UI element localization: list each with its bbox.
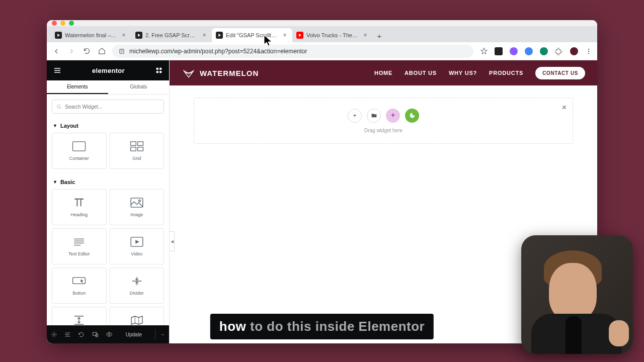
min-traffic-light[interactable]	[60, 21, 65, 26]
forward-button[interactable]	[67, 47, 76, 56]
preview-icon[interactable]	[106, 331, 113, 338]
back-button[interactable]	[52, 47, 61, 56]
ai-button[interactable]	[386, 109, 400, 123]
heading-icon	[72, 197, 86, 208]
svg-point-28	[187, 72, 188, 73]
svg-point-13	[57, 105, 60, 108]
tab-elements[interactable]: Elements	[47, 80, 108, 94]
chevron-down-icon: ▼	[53, 123, 57, 128]
nav-about[interactable]: ABOUT US	[405, 70, 437, 76]
tab-1[interactable]: 2. Free GSAP Scrolltrigger E ×	[131, 28, 212, 42]
section-layout[interactable]: ▼ Layout	[52, 119, 164, 133]
widget-label: Divider	[130, 291, 144, 296]
tab-label: 2. Free GSAP Scrolltrigger E	[145, 32, 198, 38]
chevron-down-icon: ▼	[53, 179, 57, 185]
site-header: WATERMELON HOME ABOUT US WHY US? PRODUCT…	[170, 60, 597, 85]
nav-products[interactable]: PRODUCTS	[489, 70, 523, 76]
empty-section[interactable]: × + Drag widget here	[194, 98, 573, 144]
image-icon	[130, 197, 144, 208]
menu-icon[interactable]	[585, 48, 592, 55]
widget-container[interactable]: Container	[52, 133, 107, 169]
history-icon[interactable]	[78, 331, 85, 338]
video-icon	[130, 236, 144, 247]
text-editor-icon	[72, 236, 86, 247]
widget-image[interactable]: Image	[110, 189, 165, 225]
nav-why[interactable]: WHY US?	[449, 70, 477, 76]
section-basic[interactable]: ▼ Basic	[52, 175, 164, 189]
tab-label: Edit "GSAP Scrolltrigger Ele	[226, 32, 278, 38]
widget-panel-body: ▼ Layout Container Grid ▼ Basic	[47, 119, 169, 325]
drag-hint: Drag widget here	[364, 128, 403, 133]
add-section-button[interactable]: +	[348, 109, 362, 123]
hamburger-icon[interactable]	[53, 66, 62, 74]
home-button[interactable]	[97, 47, 106, 56]
map-icon	[130, 315, 144, 325]
search-input[interactable]	[65, 104, 159, 110]
svg-point-8	[588, 52, 589, 53]
widget-video[interactable]: Video	[110, 228, 165, 264]
svg-point-5	[570, 47, 578, 55]
watermelon-icon	[182, 66, 196, 80]
svg-rect-4	[120, 49, 124, 53]
svg-point-24	[53, 333, 55, 335]
tab-globals[interactable]: Globals	[108, 80, 170, 94]
chevron-up-icon[interactable]	[155, 329, 165, 339]
new-tab-button[interactable]: +	[373, 29, 386, 42]
nav-home[interactable]: HOME	[374, 70, 392, 76]
grid-icon[interactable]	[155, 67, 163, 74]
svg-rect-15	[130, 142, 136, 146]
search-widget[interactable]	[52, 100, 164, 114]
puzzle-icon[interactable]	[555, 47, 563, 55]
close-icon[interactable]: ×	[562, 103, 567, 112]
ext-icon[interactable]	[495, 47, 503, 55]
svg-rect-19	[131, 198, 143, 207]
widget-spacer[interactable]: Spacer	[52, 307, 107, 325]
sidebar-tabs: Elements Globals	[47, 80, 169, 95]
svg-point-7	[588, 50, 589, 51]
max-traffic-light[interactable]	[69, 21, 74, 26]
navigator-icon[interactable]	[64, 331, 71, 338]
youtube-icon	[216, 32, 223, 39]
ext-icon[interactable]	[540, 47, 548, 55]
close-icon[interactable]: ×	[201, 32, 208, 39]
profile-icon[interactable]	[570, 47, 578, 55]
reload-button[interactable]	[82, 47, 91, 56]
panel-toggle[interactable]: ◀	[170, 231, 175, 251]
close-traffic-light[interactable]	[52, 21, 57, 26]
svg-point-29	[188, 73, 189, 74]
site-logo[interactable]: WATERMELON	[182, 66, 259, 80]
responsive-icon[interactable]	[92, 331, 99, 338]
tab-0[interactable]: Watermelon final – GSAP sc ×	[51, 28, 131, 42]
close-icon[interactable]: ×	[362, 32, 369, 39]
ext-icon[interactable]	[510, 47, 518, 55]
svg-rect-12	[159, 71, 162, 73]
star-icon[interactable]	[479, 47, 489, 56]
titlebar	[47, 20, 597, 26]
close-icon[interactable]: ×	[120, 32, 127, 39]
green-button[interactable]	[405, 109, 419, 123]
tab-3[interactable]: Volvo Trucks - The Epic Spli ×	[292, 28, 373, 42]
url-field[interactable]: michellewp.com/wp-admin/post.php?post=52…	[112, 45, 473, 58]
widget-divider[interactable]: Divider	[110, 267, 165, 304]
widget-google-maps[interactable]: Google Maps	[110, 307, 165, 325]
widget-button[interactable]: Button	[52, 267, 107, 304]
update-button[interactable]: Update	[120, 329, 148, 340]
ext-icon[interactable]	[525, 47, 533, 55]
youtube-icon	[55, 32, 62, 39]
sidebar-footer: Update	[47, 325, 169, 343]
settings-icon[interactable]	[51, 331, 57, 338]
caption-main: to do this inside Elementor	[250, 319, 425, 334]
tab-2[interactable]: Edit "GSAP Scrolltrigger Ele ×	[212, 28, 292, 42]
widget-text-editor[interactable]: Text Editor	[52, 228, 107, 264]
youtube-icon	[135, 32, 142, 39]
contact-button[interactable]: CONTACT US	[535, 67, 585, 79]
widget-label: Container	[69, 156, 89, 161]
elementor-logo: elementor	[92, 67, 125, 74]
tab-label: Watermelon final – GSAP sc	[65, 32, 117, 38]
svg-point-6	[588, 48, 589, 49]
widget-grid[interactable]: Grid	[110, 133, 165, 169]
close-icon[interactable]: ×	[281, 32, 288, 39]
template-button[interactable]	[367, 109, 381, 123]
widget-heading[interactable]: Heading	[52, 189, 107, 225]
button-icon	[72, 276, 86, 287]
